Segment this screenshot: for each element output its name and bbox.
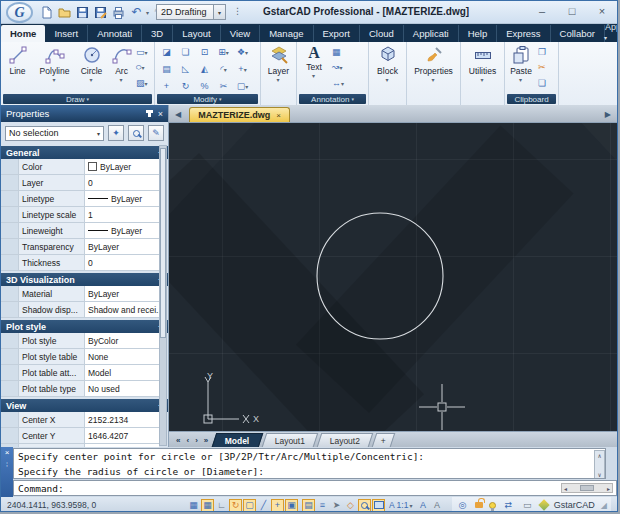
scroll-down-icon[interactable]: ∨ — [598, 470, 602, 479]
tab-model[interactable]: Model — [212, 433, 263, 447]
match-properties-tool[interactable]: ❖▾ — [233, 44, 252, 61]
close-button[interactable]: × — [591, 3, 613, 19]
layout-nav-prev-icon[interactable]: ‹ — [183, 436, 192, 447]
layout-nav-last-icon[interactable]: » — [201, 436, 211, 447]
osnap-toggle[interactable]: ▢ — [243, 499, 256, 512]
section-plot-style[interactable]: Plot style− — [1, 320, 168, 333]
copy-base-tool[interactable]: ❏ — [538, 79, 546, 88]
doc-tab-close-icon[interactable]: × — [276, 111, 281, 120]
rotate-tool[interactable]: ↻ — [176, 78, 195, 95]
tab-cloud[interactable]: Cloud — [360, 25, 404, 42]
clean-screen-button[interactable]: ▭ — [521, 499, 534, 512]
command-scrollbar[interactable]: ∧ ∨ — [594, 450, 605, 479]
tab-layout2[interactable]: Layout2 — [317, 433, 374, 447]
minimize-button[interactable]: – — [531, 3, 553, 19]
undo-dropdown[interactable]: ▾ — [146, 9, 149, 16]
toggle-pickadd-button[interactable]: ✦ — [108, 125, 124, 141]
utilities-dropdown[interactable]: ▾ — [480, 76, 483, 83]
line-tool[interactable]: Line — [1, 42, 34, 94]
stretch-tool[interactable]: ▤ — [157, 61, 176, 78]
settings-button[interactable]: ◎ — [456, 499, 469, 512]
tab-3d[interactable]: 3D — [142, 25, 173, 42]
lineweight-toggle[interactable]: + — [271, 499, 284, 512]
selection-cycling-toggle[interactable]: ➤ — [330, 499, 343, 512]
scroll-left-icon[interactable]: ◂ — [564, 485, 567, 492]
tab-layout1[interactable]: Layout1 — [262, 433, 319, 447]
move-tool[interactable]: +▾ — [233, 61, 252, 78]
add-layout-tab[interactable]: + — [372, 433, 396, 447]
save-button[interactable] — [75, 4, 90, 20]
arc-tool[interactable]: Arc ▾ — [108, 42, 135, 94]
leader-tool[interactable]: ↝▾ — [332, 63, 344, 72]
open-file-button[interactable] — [57, 4, 72, 20]
isolate-objects-icon[interactable] — [489, 502, 496, 509]
annotation-panel-label[interactable]: Annotation▾ — [299, 94, 366, 104]
section-general[interactable]: General− — [1, 146, 168, 159]
workspace-selector[interactable]: 2D Drafting ▾ — [156, 4, 226, 20]
ellipse-tool[interactable]: ○▾ — [136, 63, 148, 72]
command-hscrollbar[interactable]: ◂ ▸ — [561, 483, 613, 493]
cut-tool[interactable]: ✂ — [538, 63, 546, 72]
save-as-button[interactable] — [93, 4, 108, 20]
scale-factor-tool[interactable]: % — [195, 78, 214, 95]
utilities-tool[interactable]: Utilities ▾ — [462, 42, 504, 94]
clipboard-panel-label[interactable]: Clipboard — [507, 94, 556, 104]
selection-combobox[interactable]: No selection ▾ — [5, 126, 104, 141]
lock-ui-icon[interactable] — [475, 502, 483, 508]
tab-home[interactable]: Home — [1, 25, 45, 42]
tab-view[interactable]: View — [221, 25, 260, 42]
arc-dropdown[interactable]: ▾ — [119, 76, 122, 83]
scale-tool[interactable]: ◺ — [176, 61, 195, 78]
transparency-toggle[interactable]: ≡ — [316, 499, 329, 512]
command-close-icon[interactable]: × — [5, 449, 10, 457]
tab-express[interactable]: Express — [497, 25, 550, 42]
modify-panel-label[interactable]: Modify▾ — [157, 94, 258, 104]
command-input[interactable]: Command: — [13, 480, 617, 496]
move2-tool[interactable]: + — [157, 78, 176, 95]
tab-manage[interactable]: Manage — [260, 25, 313, 42]
toolbar-options-icon[interactable]: ⋮ — [233, 6, 242, 16]
explode-tool[interactable]: ▢▾ — [233, 78, 252, 95]
tab-annotation[interactable]: Annotati — [88, 25, 142, 42]
undo-button[interactable]: ↶ — [129, 4, 144, 20]
snap-toggle[interactable]: ▦ — [201, 499, 214, 512]
new-file-button[interactable] — [39, 4, 54, 20]
trim-tool[interactable]: ✂ — [214, 78, 233, 95]
hatch-tool[interactable]: ▨▾ — [136, 79, 148, 88]
erase-tool[interactable]: ◪ — [157, 44, 176, 61]
otrack-toggle[interactable]: ╱ — [257, 499, 270, 512]
palette-close-icon[interactable]: × — [158, 109, 163, 119]
polar-toggle[interactable]: ↻ — [229, 499, 242, 512]
rectangle-tool[interactable]: ▭▾ — [136, 48, 148, 57]
copy-clip-tool[interactable]: ❐ — [538, 48, 546, 57]
properties-tool[interactable]: Properties ▾ — [408, 42, 460, 94]
circle-tool[interactable]: Circle ▾ — [75, 42, 108, 94]
scroll-right-icon[interactable]: ▸ — [607, 485, 610, 492]
palette-scrollbar[interactable] — [159, 145, 167, 446]
offset-tool[interactable]: ⊡ — [195, 44, 214, 61]
doc-tab-next-icon[interactable]: ▶ — [601, 110, 615, 122]
block-dropdown[interactable]: ▾ — [385, 76, 388, 83]
resize-grip-icon[interactable]: ◢ — [601, 501, 607, 510]
dimension-tool[interactable]: ↔▾ — [332, 79, 344, 88]
print-button[interactable] — [111, 4, 126, 20]
layout-nav-first-icon[interactable]: « — [173, 436, 183, 447]
properties-dropdown[interactable]: ▾ — [431, 76, 434, 83]
copy-tool[interactable]: ❏ — [176, 44, 195, 61]
fillet-tool[interactable]: ◜▾ — [214, 61, 233, 78]
drawing-canvas[interactable]: Y X — [169, 123, 617, 431]
maximize-button[interactable]: □ — [561, 3, 583, 19]
text-tool[interactable]: A Text ▾ — [297, 42, 331, 94]
annotation-scale-control[interactable]: A 1:1▾ — [386, 500, 415, 510]
3d-osnap-toggle[interactable]: ◇ — [344, 499, 357, 512]
workspace-switch-button[interactable]: ⇄ — [502, 499, 515, 512]
annotation-visibility-toggle[interactable]: A — [416, 499, 429, 512]
mirror-tool[interactable]: ◭ — [195, 61, 214, 78]
tab-insert[interactable]: Insert — [45, 25, 88, 42]
tab-help[interactable]: Help — [459, 25, 498, 42]
draw-panel-label[interactable]: Draw▾ — [3, 94, 152, 104]
section-view[interactable]: View− — [1, 399, 168, 412]
paste-tool[interactable]: Paste ▾ — [505, 42, 537, 94]
text-dropdown[interactable]: ▾ — [312, 72, 315, 79]
document-tab-mazterize[interactable]: MAZTERIZE.dwg × — [189, 107, 290, 122]
